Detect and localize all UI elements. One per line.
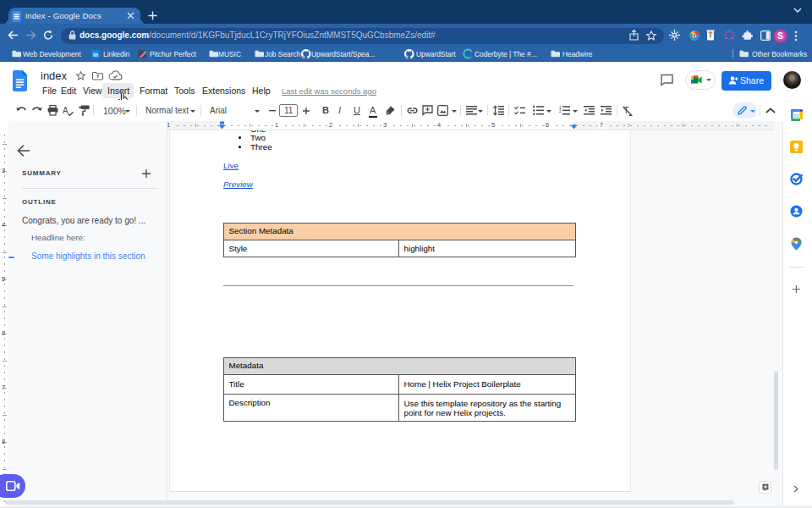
svg-text:S: S xyxy=(777,31,783,41)
svg-text:2: 2 xyxy=(559,109,562,113)
svg-text:A: A xyxy=(63,106,69,115)
svg-text:31: 31 xyxy=(793,113,799,119)
svg-text:in: in xyxy=(93,51,98,57)
